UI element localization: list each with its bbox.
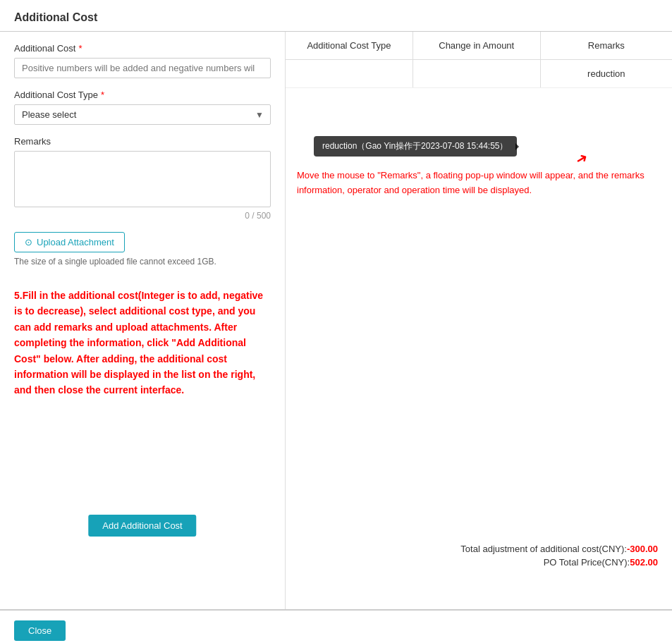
page-header: Additional Cost <box>0 0 672 32</box>
page-footer: Close <box>0 610 672 643</box>
page-container: Additional Cost Additional Cost * Additi… <box>0 0 672 643</box>
additional-cost-input[interactable] <box>14 58 271 78</box>
col1-header: Additional Cost Type <box>286 32 413 59</box>
remarks-label: Remarks <box>14 136 271 147</box>
left-panel: Additional Cost * Additional Cost Type *… <box>0 32 286 609</box>
instruction-text: 5.Fill in the additional cost(Integer is… <box>14 288 271 398</box>
cost-type-select[interactable]: Please select <box>14 104 271 125</box>
data-table: Additional Cost Type Change in Amount Re… <box>286 32 672 88</box>
close-button[interactable]: Close <box>14 620 66 641</box>
required-star-2: * <box>101 90 104 100</box>
main-content: Additional Cost * Additional Cost Type *… <box>0 32 672 610</box>
table-header: Additional Cost Type Change in Amount Re… <box>286 32 672 60</box>
table-row: reduction <box>286 60 672 88</box>
upload-hint: The size of a single uploaded file canno… <box>14 257 271 267</box>
remarks-textarea[interactable] <box>14 151 271 207</box>
required-star: * <box>78 43 82 54</box>
row-col2 <box>413 60 541 87</box>
upload-icon: ⊙ <box>25 237 32 247</box>
remarks-counter: 0 / 500 <box>14 211 271 221</box>
hover-instruction: Move the mouse to "Remarks", a floating … <box>286 159 672 208</box>
po-total-value: 502.00 <box>630 557 658 568</box>
right-panel: Additional Cost Type Change in Amount Re… <box>286 32 672 609</box>
row-col1 <box>286 60 413 87</box>
additional-cost-label: Additional Cost * <box>14 43 271 54</box>
adjustment-line: Total adjustment of additional cost(CNY)… <box>460 544 658 554</box>
remarks-field-group: Remarks 0 / 500 <box>14 136 271 221</box>
tooltip-bubble: reduction（Gao Yin操作于2023-07-08 15:44:55） <box>314 136 517 157</box>
additional-cost-field-group: Additional Cost * <box>14 43 271 78</box>
cost-type-field-group: Additional Cost Type * Please select ▼ <box>14 90 271 125</box>
row-col3: reduction <box>541 60 672 87</box>
add-additional-cost-button[interactable]: Add Additional Cost <box>88 515 196 537</box>
adjustment-value: -300.00 <box>627 544 658 554</box>
summary-area: Total adjustment of additional cost(CNY)… <box>460 544 658 570</box>
cost-type-label: Additional Cost Type * <box>14 90 271 100</box>
col2-header: Change in Amount <box>413 32 541 59</box>
page-title: Additional Cost <box>14 11 97 23</box>
po-total-line: PO Total Price(CNY):502.00 <box>460 557 658 568</box>
upload-attachment-button[interactable]: ⊙ Upload Attachment <box>14 232 125 252</box>
cost-type-select-wrapper: Please select ▼ <box>14 104 271 125</box>
col3-header: Remarks <box>541 32 672 59</box>
add-btn-container: Add Additional Cost <box>88 515 196 537</box>
left-panel-inner: Additional Cost * Additional Cost Type *… <box>14 43 271 551</box>
upload-field-group: ⊙ Upload Attachment The size of a single… <box>14 232 271 267</box>
